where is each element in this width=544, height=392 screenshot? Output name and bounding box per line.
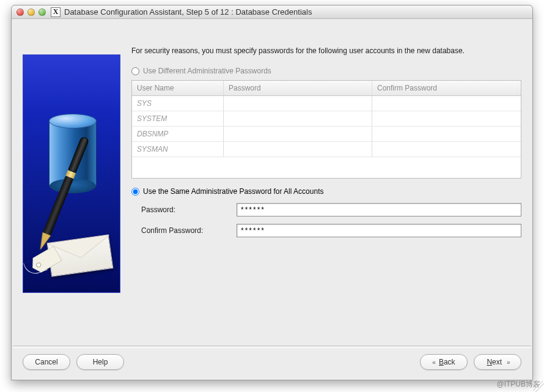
wizard-sidebar-image	[23, 54, 120, 293]
window-title: Database Configuration Assistant, Step 5…	[64, 7, 312, 17]
cell-confirm	[372, 96, 521, 111]
table-row: SYS	[132, 96, 521, 111]
title-bar[interactable]: X Database Configuration Assistant, Step…	[12, 6, 532, 19]
chevron-right-icon: »	[507, 359, 509, 366]
table-filler	[132, 157, 521, 178]
confirm-password-row: Confirm Password:	[131, 224, 521, 237]
cell-user: SYSTEM	[132, 111, 224, 126]
table-row: SYSMAN	[132, 142, 521, 157]
radio-same-input[interactable]	[131, 188, 139, 196]
instruction-text: For security reasons, you must specify p…	[131, 46, 521, 56]
chevron-left-icon: «	[432, 359, 434, 366]
confirm-password-input[interactable]	[237, 224, 521, 237]
users-table: User Name Password Confirm Password SYS …	[131, 80, 521, 179]
radio-same-password[interactable]: Use the Same Administrative Password for…	[131, 187, 521, 196]
confirm-password-label: Confirm Password:	[141, 226, 233, 235]
zoom-icon[interactable]	[39, 9, 46, 16]
close-icon[interactable]	[17, 9, 24, 16]
help-button[interactable]: Help	[76, 354, 124, 370]
table-row: SYSTEM	[132, 111, 521, 127]
radio-same-label: Use the Same Administrative Password for…	[143, 187, 323, 196]
th-confirm: Confirm Password	[372, 81, 521, 95]
cell-password	[224, 96, 372, 111]
radio-different-input[interactable]	[131, 67, 139, 75]
next-button[interactable]: Next »	[474, 354, 521, 370]
cancel-button[interactable]: Cancel	[23, 354, 70, 370]
left-buttons: Cancel Help	[23, 354, 124, 370]
radio-different-passwords[interactable]: Use Different Administrative Passwords	[131, 67, 521, 75]
cell-user: SYSMAN	[132, 142, 224, 157]
back-button[interactable]: « Back	[420, 354, 468, 370]
right-buttons: « Back Next »	[420, 354, 521, 370]
cell-confirm	[372, 111, 521, 126]
dialog-window: X Database Configuration Assistant, Step…	[11, 5, 533, 380]
cell-user: SYS	[132, 96, 224, 111]
window-controls	[17, 9, 46, 16]
password-input[interactable]	[237, 203, 521, 216]
cell-user: DBSNMP	[132, 127, 224, 141]
th-password: Password	[224, 81, 372, 95]
content-area: For security reasons, you must specify p…	[12, 19, 532, 346]
cell-confirm	[372, 127, 521, 141]
cell-password	[224, 111, 372, 126]
radio-different-label: Use Different Administrative Passwords	[143, 67, 271, 75]
resize-grip-icon[interactable]	[533, 381, 544, 392]
minimize-icon[interactable]	[28, 9, 35, 16]
th-user: User Name	[132, 81, 224, 95]
form-area: For security reasons, you must specify p…	[131, 31, 521, 333]
cell-confirm	[372, 142, 521, 157]
cell-password	[224, 127, 372, 141]
table-header-row: User Name Password Confirm Password	[132, 81, 521, 96]
app-x-icon: X	[51, 7, 61, 17]
screen-frame: X Database Configuration Assistant, Step…	[0, 0, 544, 392]
footer: Cancel Help « Back Next »	[12, 348, 532, 380]
table-row: DBSNMP	[132, 127, 521, 142]
cell-password	[224, 142, 372, 157]
password-label: Password:	[141, 205, 233, 214]
password-row: Password:	[131, 203, 521, 216]
